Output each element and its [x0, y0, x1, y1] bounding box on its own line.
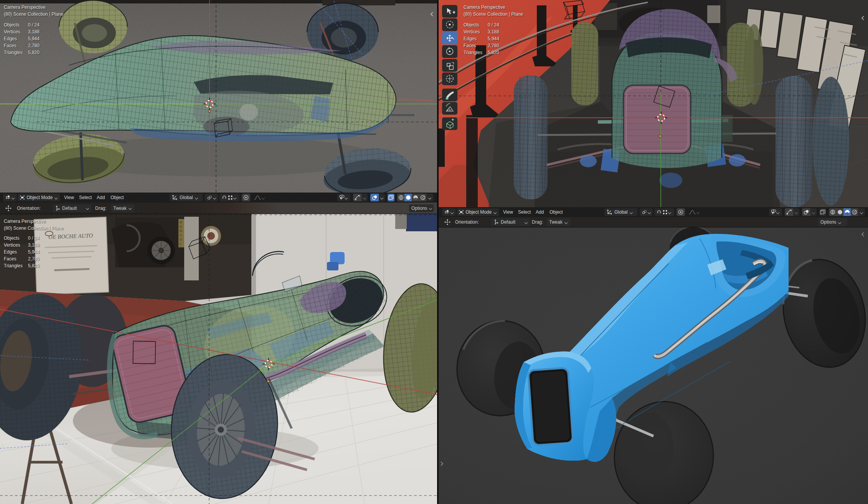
svg-text:U: U	[180, 237, 182, 241]
svg-text:L: L	[180, 242, 182, 245]
svg-text:E: E	[180, 225, 182, 229]
svg-text:N: N	[180, 229, 182, 233]
svg-text:R: R	[180, 221, 182, 224]
svg-text:A: A	[180, 233, 182, 237]
